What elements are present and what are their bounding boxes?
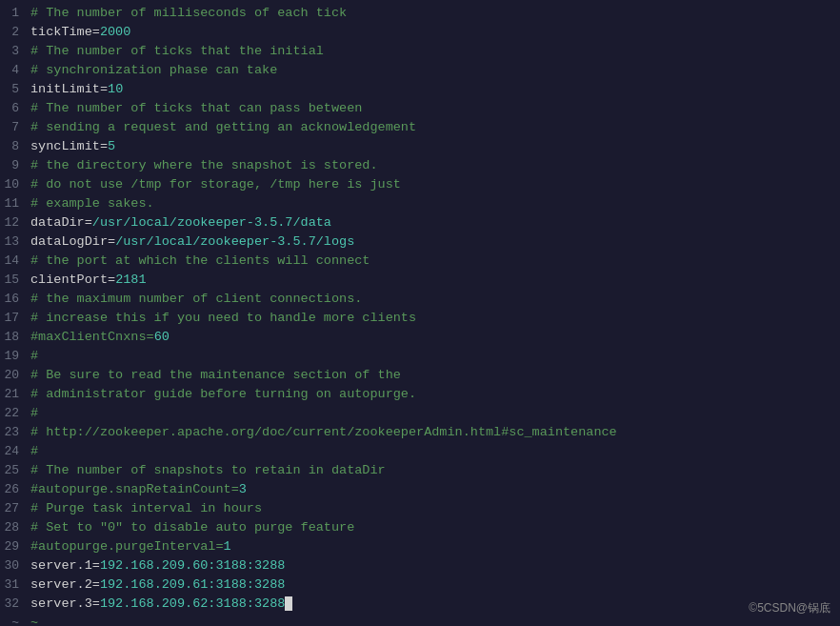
- line-number: 23: [0, 423, 30, 442]
- line-number: 18: [0, 328, 30, 347]
- line-content: # Set to "0" to disable auto purge featu…: [30, 518, 840, 537]
- line-content: # Be sure to read the maintenance sectio…: [30, 366, 840, 385]
- line-content: # the port at which the clients will con…: [30, 252, 840, 271]
- line-number: 15: [0, 271, 30, 290]
- code-line: 22#: [0, 404, 840, 423]
- line-content: #autopurge.purgeInterval=1: [30, 537, 840, 556]
- line-number: 1: [0, 4, 30, 23]
- code-line: 27# Purge task interval in hours: [0, 499, 840, 518]
- watermark: ©5CSDN@锅底: [749, 600, 830, 616]
- line-number: ~: [0, 614, 30, 626]
- code-line: ~~: [0, 614, 840, 626]
- code-line: 2tickTime=2000: [0, 23, 840, 42]
- line-content: dataDir=/usr/local/zookeeper-3.5.7/data: [30, 213, 840, 232]
- line-content: # the directory where the snapshot is st…: [30, 156, 840, 175]
- line-number: 26: [0, 480, 30, 499]
- line-content: #: [30, 404, 840, 423]
- line-number: 14: [0, 252, 30, 271]
- text-cursor: [285, 596, 292, 611]
- line-number: 22: [0, 404, 30, 423]
- code-line: 17# increase this if you need to handle …: [0, 309, 840, 328]
- code-line: 16# the maximum number of client connect…: [0, 290, 840, 309]
- code-line: 5initLimit=10: [0, 80, 840, 99]
- line-content: # The number of snapshots to retain in d…: [30, 461, 840, 480]
- code-line: 3# The number of ticks that the initial: [0, 42, 840, 61]
- line-number: 32: [0, 595, 30, 614]
- code-line: 18#maxClientCnxns=60: [0, 328, 840, 347]
- code-line: 1# The number of milliseconds of each ti…: [0, 4, 840, 23]
- line-content: # The number of ticks that the initial: [30, 42, 840, 61]
- code-line: 23# http://zookeeper.apache.org/doc/curr…: [0, 423, 840, 442]
- code-line: 4# synchronization phase can take: [0, 61, 840, 80]
- line-number: 31: [0, 576, 30, 595]
- line-number: 9: [0, 156, 30, 175]
- line-number: 13: [0, 232, 30, 252]
- code-line: 19#: [0, 347, 840, 366]
- code-line: 10# do not use /tmp for storage, /tmp he…: [0, 175, 840, 194]
- code-line: 31server.2=192.168.209.61:3188:3288: [0, 576, 840, 595]
- line-content: # administrator guide before turning on …: [30, 385, 840, 404]
- line-number: 4: [0, 61, 30, 80]
- code-line: 29#autopurge.purgeInterval=1: [0, 537, 840, 556]
- line-content: # synchronization phase can take: [30, 61, 840, 80]
- line-number: 3: [0, 42, 30, 61]
- line-number: 2: [0, 23, 30, 42]
- code-line: 21# administrator guide before turning o…: [0, 385, 840, 404]
- line-content: # sending a request and getting an ackno…: [30, 118, 840, 137]
- line-number: 6: [0, 99, 30, 118]
- line-content: #autopurge.snapRetainCount=3: [30, 480, 840, 499]
- code-line: 6# The number of ticks that can pass bet…: [0, 99, 840, 118]
- line-content: server.1=192.168.209.60:3188:3288: [30, 556, 840, 576]
- code-content: 1# The number of milliseconds of each ti…: [0, 0, 840, 626]
- line-content: # example sakes.: [30, 194, 840, 213]
- line-content: tickTime=2000: [30, 23, 840, 42]
- code-line: 20# Be sure to read the maintenance sect…: [0, 366, 840, 385]
- line-content: # http://zookeeper.apache.org/doc/curren…: [30, 423, 840, 442]
- line-number: 8: [0, 137, 30, 156]
- line-number: 17: [0, 309, 30, 328]
- line-content: # the maximum number of client connectio…: [30, 290, 840, 309]
- code-line: 13dataLogDir=/usr/local/zookeeper-3.5.7/…: [0, 232, 840, 252]
- line-content: # Purge task interval in hours: [30, 499, 840, 518]
- code-line: 28# Set to "0" to disable auto purge fea…: [0, 518, 840, 537]
- line-number: 19: [0, 347, 30, 366]
- code-line: 25# The number of snapshots to retain in…: [0, 461, 840, 480]
- line-number: 7: [0, 118, 30, 137]
- line-content: server.2=192.168.209.61:3188:3288: [30, 576, 840, 595]
- line-number: 11: [0, 194, 30, 213]
- line-content: #: [30, 347, 840, 366]
- code-line: 12dataDir=/usr/local/zookeeper-3.5.7/dat…: [0, 213, 840, 232]
- code-line: 26#autopurge.snapRetainCount=3: [0, 480, 840, 499]
- code-line: 14# the port at which the clients will c…: [0, 252, 840, 271]
- code-line: 11# example sakes.: [0, 194, 840, 213]
- line-number: 10: [0, 175, 30, 194]
- line-number: 5: [0, 80, 30, 99]
- line-number: 27: [0, 499, 30, 518]
- line-number: 28: [0, 518, 30, 537]
- line-content: server.3=192.168.209.62:3188:3288: [30, 595, 840, 614]
- line-content: #maxClientCnxns=60: [30, 328, 840, 347]
- code-line: 32server.3=192.168.209.62:3188:3288: [0, 595, 840, 614]
- line-number: 21: [0, 385, 30, 404]
- line-number: 20: [0, 366, 30, 385]
- line-number: 12: [0, 213, 30, 232]
- line-content: #: [30, 442, 840, 461]
- line-content: clientPort=2181: [30, 271, 840, 290]
- line-content: # The number of milliseconds of each tic…: [30, 4, 840, 23]
- code-line: 30server.1=192.168.209.60:3188:3288: [0, 556, 840, 576]
- code-line: 24#: [0, 442, 840, 461]
- line-number: 30: [0, 556, 30, 576]
- line-content: dataLogDir=/usr/local/zookeeper-3.5.7/lo…: [30, 232, 840, 252]
- line-content: syncLimit=5: [30, 137, 840, 156]
- line-number: 24: [0, 442, 30, 461]
- line-content: # do not use /tmp for storage, /tmp here…: [30, 175, 840, 194]
- line-content: ~: [30, 614, 840, 626]
- code-line: 15clientPort=2181: [0, 271, 840, 290]
- code-editor: 1# The number of milliseconds of each ti…: [0, 0, 840, 626]
- line-number: 25: [0, 461, 30, 480]
- line-content: # increase this if you need to handle mo…: [30, 309, 840, 328]
- line-content: initLimit=10: [30, 80, 840, 99]
- line-number: 16: [0, 290, 30, 309]
- line-number: 29: [0, 537, 30, 556]
- code-line: 7# sending a request and getting an ackn…: [0, 118, 840, 137]
